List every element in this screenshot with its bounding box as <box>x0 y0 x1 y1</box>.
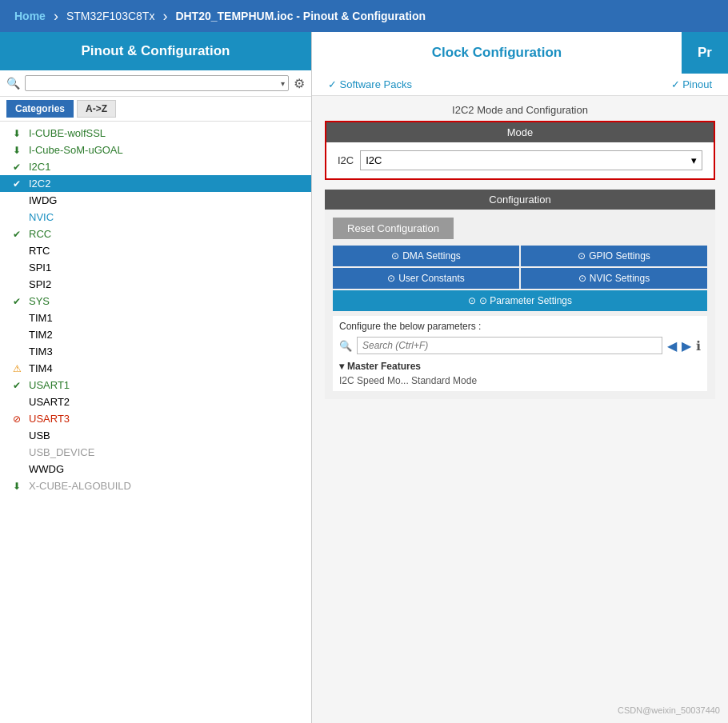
tab-user-constants[interactable]: ⊙ User Constants <box>333 268 519 289</box>
param-search-input[interactable] <box>362 340 657 351</box>
config-section: Configuration Reset Configuration ⊙ DMA … <box>325 190 715 399</box>
download-icon: ⬇ <box>13 481 26 492</box>
list-item-x-cube[interactable]: ⬇ X-CUBE-ALGOBUILD <box>0 477 311 494</box>
nav-arrow-2: › <box>162 8 167 25</box>
item-label: TIM1 <box>29 312 53 324</box>
search-icon: 🔍 <box>6 77 20 90</box>
search-dropdown-arrow[interactable]: ▾ <box>281 79 285 88</box>
item-label: USART3 <box>29 413 70 425</box>
tab-az[interactable]: A->Z <box>77 100 116 118</box>
gear-icon[interactable]: ⚙ <box>294 76 305 91</box>
list-item-i2c2[interactable]: ✔ I2C2 <box>0 175 311 192</box>
item-label: USB <box>29 429 50 441</box>
sidebar: Pinout & Configuration 🔍 ▾ ⚙ Categories … <box>0 32 312 723</box>
warning-icon: ⚠ <box>13 363 26 374</box>
tab-categories[interactable]: Categories <box>6 100 74 118</box>
list-item-usart3[interactable]: ⊘ USART3 <box>0 410 311 427</box>
settings-grid: ⊙ DMA Settings ⊙ GPIO Settings ⊙ User Co… <box>333 246 707 289</box>
item-label: USB_DEVICE <box>29 446 94 458</box>
list-item-wwdg[interactable]: WWDG <box>0 461 311 477</box>
main-layout: Pinout & Configuration 🔍 ▾ ⚙ Categories … <box>0 32 728 723</box>
nav-arrow-1: › <box>54 8 58 25</box>
list-item-rtc[interactable]: RTC <box>0 242 311 259</box>
mode-select-value: I2C <box>366 154 382 166</box>
watermark: CSDN@weixin_50037440 <box>618 705 720 715</box>
list-item-iwdg[interactable]: IWDG <box>0 192 311 209</box>
check-icon: ✔ <box>13 162 26 173</box>
mode-label: I2C <box>338 154 354 166</box>
home-link[interactable]: Home <box>8 10 52 22</box>
list-item-tim2[interactable]: TIM2 <box>0 326 311 343</box>
list-item-usb-device[interactable]: USB_DEVICE <box>0 444 311 461</box>
item-label: USART2 <box>29 396 70 408</box>
info-icon[interactable]: ℹ <box>696 338 701 354</box>
collapse-icon[interactable]: ▾ <box>339 361 344 372</box>
list-item-usart2[interactable]: USART2 <box>0 393 311 410</box>
param-settings-label: ⊙ Parameter Settings <box>479 295 572 306</box>
reset-config-button[interactable]: Reset Configuration <box>333 218 454 239</box>
tab-dma-settings[interactable]: ⊙ DMA Settings <box>333 246 519 266</box>
search-input[interactable] <box>29 78 281 89</box>
list-item-spi2[interactable]: SPI2 <box>0 276 311 293</box>
secondary-nav: ✓ Software Packs ✓ Pinout <box>312 74 728 96</box>
top-nav: Home › STM32F103C8Tx › DHT20_TEMPHUM.ioc… <box>0 0 728 32</box>
list-item-tim3[interactable]: TIM3 <box>0 343 311 360</box>
list-item-usb[interactable]: USB <box>0 427 311 444</box>
check-icon-selected: ✔ <box>13 178 26 190</box>
list-item-spi1[interactable]: SPI1 <box>0 259 311 276</box>
mode-header: Mode <box>326 122 714 142</box>
list-item-i2c1[interactable]: ✔ I2C1 <box>0 158 311 175</box>
item-label: I-Cube-SoM-uGOAL <box>29 144 123 156</box>
config-header: Configuration <box>325 190 715 210</box>
item-label: I-CUBE-wolfSSL <box>29 127 106 139</box>
item-label: IWDG <box>29 194 57 206</box>
prev-btn[interactable]: ◀ <box>667 338 677 354</box>
param-search-box[interactable] <box>357 337 662 354</box>
check-icon: ✔ <box>13 380 26 391</box>
download-icon: ⬇ <box>13 145 26 156</box>
item-label: SPI1 <box>29 262 51 274</box>
list-item-usart1[interactable]: ✔ USART1 <box>0 377 311 393</box>
list-item-tim1[interactable]: TIM1 <box>0 310 311 326</box>
list-item-tim4[interactable]: ⚠ TIM4 <box>0 360 311 377</box>
item-label: USART1 <box>29 379 70 391</box>
next-btn[interactable]: ▶ <box>682 338 691 354</box>
list-item-sys[interactable]: ✔ SYS <box>0 293 311 310</box>
mode-select[interactable]: I2C ▾ <box>360 150 702 170</box>
right-panel: Clock Configuration Pr ✓ Software Packs … <box>312 32 728 723</box>
sidebar-toolbar: 🔍 ▾ ⚙ <box>0 70 311 97</box>
tab-clock-config[interactable]: Clock Configuration <box>312 32 682 74</box>
mode-select-arrow: ▾ <box>691 154 697 166</box>
nav-item-mcu[interactable]: STM32F103C8Tx <box>60 10 161 22</box>
tab-pr[interactable]: Pr <box>682 32 728 74</box>
master-features: ▾ Master Features I2C Speed Mo... Standa… <box>339 361 701 386</box>
search-box[interactable]: ▾ <box>25 75 289 91</box>
param-section: Configure the below parameters : 🔍 ◀ ▶ ℹ <box>333 316 707 391</box>
list-item-rcc[interactable]: ✔ RCC <box>0 226 311 242</box>
mode-box: Mode I2C I2C ▾ <box>325 121 715 180</box>
nav-item-file[interactable]: DHT20_TEMPHUM.ioc - Pinout & Configurati… <box>169 10 432 22</box>
list-item-nvic[interactable]: NVIC <box>0 209 311 226</box>
param-check-icon: ⊙ <box>468 295 476 306</box>
param-search-bar: 🔍 ◀ ▶ ℹ <box>339 337 701 354</box>
item-label: TIM4 <box>29 362 53 374</box>
master-features-row: I2C Speed Mo... Standard Mode <box>339 375 701 386</box>
pinout-link[interactable]: ✓ Pinout <box>671 78 712 90</box>
master-features-title: ▾ Master Features <box>339 361 701 372</box>
software-packs-link[interactable]: ✓ Software Packs <box>328 78 412 90</box>
param-search-icon: 🔍 <box>339 340 352 352</box>
check-icon: ✔ <box>13 229 26 240</box>
list-item-i-cube-wolfssl[interactable]: ⬇ I-CUBE-wolfSSL <box>0 125 311 142</box>
item-label: SPI2 <box>29 278 51 290</box>
item-label: I2C2 <box>29 178 50 190</box>
gpio-check-icon: ⊙ <box>578 250 586 262</box>
item-label: SYS <box>29 295 50 307</box>
tab-nvic-settings[interactable]: ⊙ NVIC Settings <box>521 268 707 289</box>
tab-parameter-settings[interactable]: ⊙ ⊙ Parameter Settings <box>333 290 707 311</box>
item-label: X-CUBE-ALGOBUILD <box>29 480 131 492</box>
item-label: NVIC <box>29 211 54 223</box>
nvic-check-icon: ⊙ <box>578 273 586 284</box>
list-item-i-cube-som[interactable]: ⬇ I-Cube-SoM-uGOAL <box>0 142 311 158</box>
tab-gpio-settings[interactable]: ⊙ GPIO Settings <box>521 246 707 266</box>
item-label: RTC <box>29 245 50 257</box>
